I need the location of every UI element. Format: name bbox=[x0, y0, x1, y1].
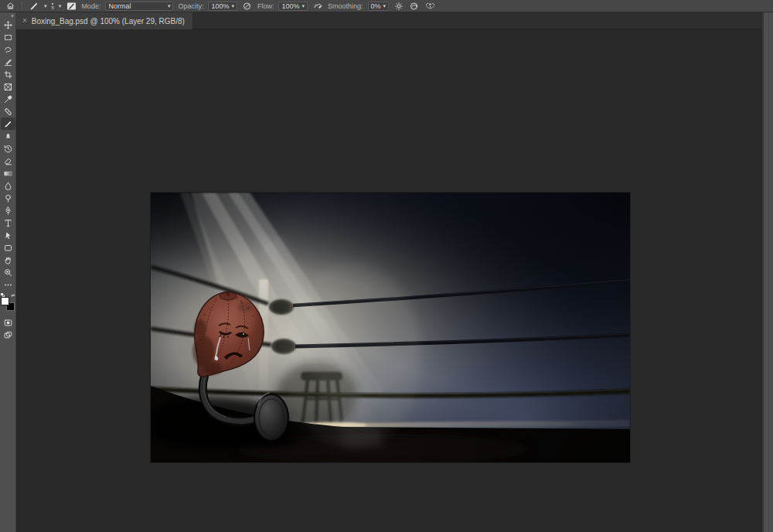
clone-stamp-tool-icon[interactable] bbox=[1, 130, 15, 142]
chevron-down-icon: ▾ bbox=[383, 3, 386, 9]
color-swatches: ⇄ bbox=[1, 293, 15, 313]
separator bbox=[22, 2, 22, 10]
brush-size-value: 5 bbox=[52, 5, 54, 10]
object-selection-tool-icon[interactable] bbox=[1, 56, 15, 68]
mode-value: Normal bbox=[108, 2, 131, 10]
lasso-tool-icon[interactable] bbox=[1, 43, 15, 56]
path-selection-tool-icon[interactable] bbox=[1, 229, 15, 241]
close-icon[interactable]: × bbox=[22, 17, 27, 25]
options-bar: ▾ 5 ▾ Mode: Normal ▾ Opacity: 100% ▾ Flo… bbox=[0, 0, 773, 12]
dodge-tool-icon[interactable] bbox=[1, 192, 15, 204]
boxing-ring-artwork bbox=[151, 193, 630, 462]
brush-size-preview[interactable]: 5 bbox=[52, 3, 54, 10]
flow-value: 100% bbox=[281, 2, 299, 10]
brush-tool-preset-button[interactable] bbox=[29, 2, 39, 11]
document-canvas[interactable] bbox=[151, 193, 630, 462]
rectangle-tool-icon[interactable] bbox=[1, 241, 15, 254]
chevron-down-icon: ▾ bbox=[302, 3, 305, 9]
swap-colors-icon[interactable]: ⇄ bbox=[11, 292, 15, 298]
blur-tool-icon[interactable] bbox=[1, 179, 15, 192]
screen-mode-icon[interactable] bbox=[1, 329, 15, 341]
tools-panel: » bbox=[0, 12, 16, 532]
chevron-down-icon[interactable]: ▾ bbox=[44, 3, 47, 9]
mode-select[interactable]: Normal ▾ bbox=[105, 2, 173, 11]
opacity-label: Opacity: bbox=[178, 2, 203, 10]
smoothing-value: 0% bbox=[371, 2, 381, 10]
brush-tool-icon[interactable] bbox=[1, 118, 15, 130]
flow-field[interactable]: 100% ▾ bbox=[278, 2, 308, 11]
rectangular-marquee-tool-icon[interactable] bbox=[1, 31, 15, 43]
hand-tool-icon[interactable] bbox=[1, 254, 15, 266]
tab-bar: × Boxing_Bag.psd @ 100% (Layer 29, RGB/8… bbox=[16, 12, 762, 29]
butterfly-symmetry-icon[interactable] bbox=[424, 2, 435, 11]
brush-tip-dot bbox=[52, 3, 53, 5]
type-tool-icon[interactable] bbox=[1, 217, 15, 229]
spot-healing-brush-tool-icon[interactable] bbox=[1, 105, 15, 118]
flow-label: Flow: bbox=[257, 2, 274, 10]
zoom-tool-icon[interactable] bbox=[1, 266, 15, 278]
chevron-down-icon: ▾ bbox=[231, 3, 234, 9]
mode-label: Mode: bbox=[81, 2, 100, 10]
smoothing-label: Smoothing: bbox=[328, 2, 363, 10]
move-tool-icon[interactable] bbox=[1, 19, 15, 31]
brush-panel-icon[interactable] bbox=[66, 2, 77, 11]
crop-tool-icon[interactable] bbox=[1, 68, 15, 80]
eyedropper-tool-icon[interactable] bbox=[1, 93, 15, 105]
panel-dock-strip[interactable] bbox=[762, 12, 773, 532]
gear-icon[interactable] bbox=[393, 2, 404, 11]
edit-toolbar-icon[interactable] bbox=[1, 278, 15, 291]
document-tab[interactable]: × Boxing_Bag.psd @ 100% (Layer 29, RGB/8… bbox=[16, 12, 193, 29]
quick-mask-icon[interactable] bbox=[1, 316, 15, 329]
eraser-tool-icon[interactable] bbox=[1, 155, 15, 167]
toolbar-collapse-button[interactable]: » bbox=[0, 12, 15, 19]
history-brush-tool-icon[interactable] bbox=[1, 142, 15, 155]
foreground-color-swatch[interactable] bbox=[1, 297, 9, 305]
chevron-down-icon: ▾ bbox=[168, 3, 171, 9]
airbrush-icon[interactable] bbox=[312, 2, 323, 11]
opacity-field[interactable]: 100% ▾ bbox=[208, 2, 237, 11]
dock-divider bbox=[768, 12, 769, 532]
pressure-opacity-icon[interactable] bbox=[242, 2, 253, 11]
smoothing-field[interactable]: 0% ▾ bbox=[368, 2, 390, 11]
home-icon[interactable] bbox=[5, 2, 15, 11]
chevron-down-icon[interactable]: ▾ bbox=[59, 3, 62, 9]
canvas-workspace bbox=[16, 29, 762, 532]
pen-tool-icon[interactable] bbox=[1, 204, 15, 217]
frame-tool-icon[interactable] bbox=[1, 80, 15, 93]
gradient-tool-icon[interactable] bbox=[1, 167, 15, 179]
opacity-value: 100% bbox=[211, 2, 229, 10]
document-tab-title: Boxing_Bag.psd @ 100% (Layer 29, RGB/8) bbox=[32, 17, 185, 26]
pressure-size-icon[interactable] bbox=[409, 2, 420, 11]
